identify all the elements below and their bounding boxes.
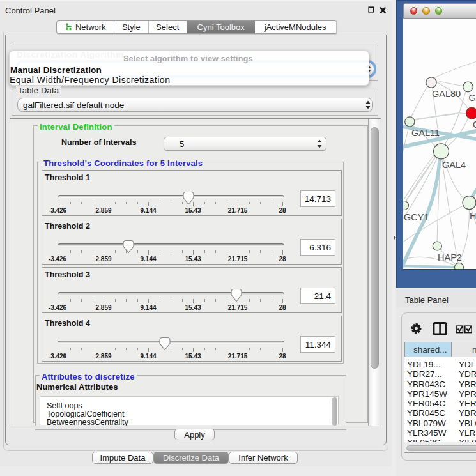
svg-text:HAP2: HAP2 xyxy=(438,252,462,262)
svg-text:GAL11: GAL11 xyxy=(411,127,440,137)
svg-text:GAL80: GAL80 xyxy=(432,88,461,98)
svg-text:GCY1: GCY1 xyxy=(404,212,429,222)
svg-text:GA: GA xyxy=(469,92,476,102)
svg-text:GAL4: GAL4 xyxy=(442,160,466,170)
svg-text:HA: HA xyxy=(470,210,476,220)
svg-text:C: C xyxy=(473,119,476,129)
